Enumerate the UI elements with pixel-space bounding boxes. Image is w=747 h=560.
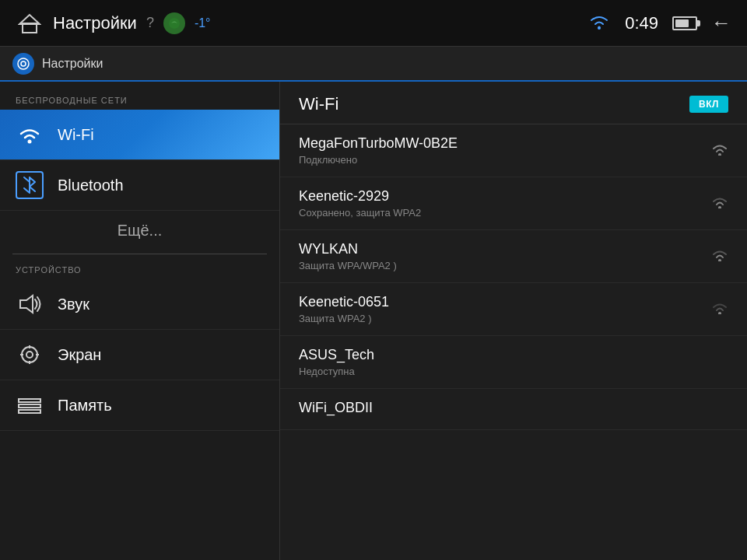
bluetooth-nav-icon [16, 171, 44, 199]
svg-point-3 [598, 26, 601, 30]
wifi-panel-header: Wi-Fi ВКЛ [280, 82, 747, 124]
network-status: Защита WPA2 ) [299, 313, 699, 324]
green-status-icon [163, 12, 185, 34]
network-item-megafon[interactable]: MegaFonTurboMW-0B2E Подключено [280, 124, 747, 177]
status-bar-right: 0:49 ← [587, 11, 731, 35]
network-name: Keenetic-0651 [299, 294, 699, 310]
network-info: WYLKAN Защита WPA/WPA2 ) [299, 241, 699, 271]
network-item-asustech[interactable]: ASUS_Tech Недоступна [280, 336, 747, 389]
wifi-panel-title: Wi-Fi [299, 94, 338, 114]
status-bar: Настройки ? -1° 0:49 ← [0, 0, 747, 47]
sidebar-item-screen[interactable]: Экран [0, 330, 279, 380]
sidebar-item-sound[interactable]: Звук [0, 279, 279, 330]
svg-marker-7 [20, 296, 33, 313]
memory-nav-label: Память [58, 397, 112, 415]
network-item-wylkan[interactable]: WYLKAN Защита WPA/WPA2 ) [280, 230, 747, 283]
time-display: 0:49 [625, 13, 658, 33]
temperature-display: -1° [195, 16, 211, 30]
network-name: MegaFonTurboMW-0B2E [299, 135, 699, 152]
network-name: ASUS_Tech [299, 347, 716, 363]
device-section-header: УСТРОЙСТВО [0, 257, 279, 279]
network-info: MegaFonTurboMW-0B2E Подключено [299, 135, 699, 166]
svg-point-4 [21, 61, 26, 66]
back-button[interactable]: ← [711, 11, 731, 35]
sound-nav-label: Звук [58, 296, 89, 313]
network-info: Keenetic-0651 Защита WPA2 ) [299, 294, 699, 324]
sidebar-item-bluetooth[interactable]: Bluetooth [0, 160, 279, 211]
svg-point-5 [18, 58, 29, 69]
sidebar: БЕСПРОВОДНЫЕ СЕТИ Wi-Fi Bluet [0, 82, 280, 560]
home-icon[interactable] [16, 9, 44, 37]
memory-nav-icon [16, 391, 44, 419]
sidebar-item-wifi[interactable]: Wi-Fi [0, 110, 279, 160]
network-name: WiFi_OBDII [299, 400, 716, 416]
svg-point-20 [718, 312, 721, 314]
wifi-nav-icon [16, 121, 44, 149]
svg-point-8 [22, 347, 37, 362]
svg-point-18 [718, 206, 721, 208]
status-bar-left: Настройки ? -1° [16, 9, 587, 37]
network-status: Защита WPA/WPA2 ) [299, 260, 699, 271]
settings-header-label: Настройки [42, 57, 103, 71]
wifi-panel: Wi-Fi ВКЛ MegaFonTurboMW-0B2E Подключено [280, 82, 747, 560]
network-item-keenetic2929[interactable]: Keenetic-2929 Сохранено, защита WPA2 [280, 177, 747, 230]
wifi-nav-label: Wi-Fi [58, 126, 94, 144]
sidebar-item-memory[interactable]: Память [0, 380, 279, 431]
svg-rect-16 [19, 410, 40, 413]
network-status: Подключено [299, 154, 699, 166]
battery-level [675, 19, 689, 27]
status-title: Настройки [53, 13, 137, 33]
main-content: БЕСПРОВОДНЫЕ СЕТИ Wi-Fi Bluet [0, 82, 747, 560]
network-status: Недоступна [299, 366, 716, 377]
svg-point-9 [26, 352, 33, 358]
network-name: WYLKAN [299, 241, 699, 257]
network-info: Keenetic-2929 Сохранено, защита WPA2 [299, 188, 699, 219]
status-question: ? [146, 15, 154, 31]
battery-icon [672, 16, 697, 30]
network-item-keenetic0651[interactable]: Keenetic-0651 Защита WPA2 ) [280, 283, 747, 336]
wifi-signal-indicator [711, 247, 728, 265]
settings-header: Настройки [0, 47, 747, 82]
sidebar-item-more[interactable]: Ещё... [0, 211, 279, 250]
wifi-signal-indicator [711, 142, 728, 159]
wifi-signal-indicator [711, 300, 728, 318]
sound-nav-icon [16, 290, 44, 318]
wireless-section-header: БЕСПРОВОДНЫЕ СЕТИ [0, 88, 279, 110]
svg-point-2 [169, 18, 180, 29]
network-info: WiFi_OBDII [299, 400, 716, 418]
svg-point-6 [28, 140, 32, 144]
network-list: MegaFonTurboMW-0B2E Подключено Keenetic-… [280, 124, 747, 430]
bluetooth-nav-label: Bluetooth [58, 177, 124, 194]
svg-rect-14 [19, 399, 40, 402]
network-status: Сохранено, защита WPA2 [299, 207, 699, 219]
svg-point-19 [718, 259, 721, 261]
more-nav-label: Ещё... [117, 222, 163, 240]
network-item-wifiobdii[interactable]: WiFi_OBDII [280, 389, 747, 430]
wifi-signal-icon [587, 13, 611, 33]
wifi-signal-indicator [711, 194, 728, 212]
screen-nav-label: Экран [58, 346, 101, 364]
network-info: ASUS_Tech Недоступна [299, 347, 716, 377]
section-divider [12, 254, 267, 254]
network-name: Keenetic-2929 [299, 188, 699, 205]
screen-nav-icon [16, 341, 44, 369]
svg-rect-15 [19, 404, 40, 408]
svg-point-17 [718, 153, 721, 156]
wifi-toggle-button[interactable]: ВКЛ [689, 96, 728, 113]
settings-header-icon [12, 53, 34, 75]
